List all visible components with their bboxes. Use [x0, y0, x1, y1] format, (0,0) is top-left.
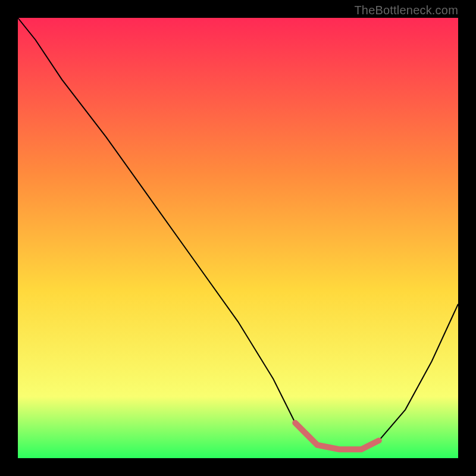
bottleneck-curve — [18, 18, 458, 449]
optimal-range-highlight — [295, 423, 379, 449]
watermark-text: TheBottleneck.com — [354, 4, 458, 17]
chart-frame: TheBottleneck.com — [0, 0, 476, 476]
plot-area — [18, 18, 458, 458]
chart-svg — [18, 18, 458, 458]
